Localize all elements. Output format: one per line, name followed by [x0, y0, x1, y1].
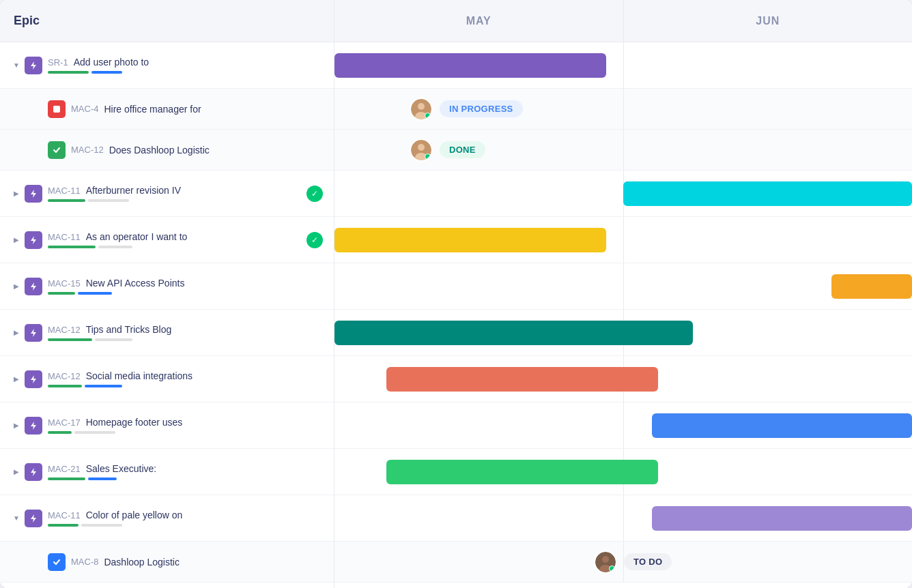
epic-row[interactable]: MAC-4 Hire office manager for: [0, 89, 334, 130]
epic-row[interactable]: MAC-17 Homepage footer uses: [0, 402, 334, 449]
gantt-bar[interactable]: [652, 413, 912, 438]
avatar: [410, 98, 433, 121]
chevron-right-icon[interactable]: [11, 374, 22, 385]
epic-id: MAC-12: [48, 325, 81, 335]
epic-row[interactable]: MAC-21 Sales Executive:: [0, 449, 334, 495]
progress-bars: [48, 338, 323, 341]
epic-row[interactable]: MAC-11 As an operator I want to ✓: [0, 217, 334, 263]
gantt-bar[interactable]: [334, 53, 606, 78]
left-header: Epic: [0, 0, 334, 42]
chevron-right-icon[interactable]: [11, 188, 22, 199]
epic-id: MAC-4: [71, 104, 98, 114]
epic-id-title: MAC-12 Social media integrations: [48, 370, 323, 381]
epic-id: MAC-8: [71, 557, 98, 567]
status-badge: TO DO: [624, 553, 672, 570]
epic-title: Tips and Tricks Blog: [86, 324, 172, 335]
chevron-down-icon[interactable]: [11, 60, 22, 71]
progress-bar: [74, 431, 115, 434]
chevron-down-icon[interactable]: [11, 513, 22, 524]
chevron-right-icon[interactable]: [11, 235, 22, 246]
epic-icon: [25, 417, 42, 435]
epic-id: MAC-15: [48, 278, 81, 289]
gantt-row: [334, 449, 912, 495]
gantt-bar[interactable]: [386, 460, 658, 484]
epic-icon: [25, 231, 42, 249]
epic-row[interactable]: SR-1 Add user photo to: [0, 42, 334, 89]
svg-marker-3: [31, 236, 36, 244]
epic-row[interactable]: MAC-15 New API Access Points: [0, 263, 334, 310]
epic-id-title: MAC-15 New API Access Points: [48, 278, 323, 289]
progress-bar: [91, 71, 122, 74]
epic-row[interactable]: MAC-8 Dashloop Logistic: [0, 542, 334, 583]
gantt-row: [334, 356, 912, 402]
chevron-right-icon[interactable]: [11, 327, 22, 338]
epic-icon: [48, 553, 66, 571]
gantt-row: IN PROGRESS: [334, 89, 912, 130]
epic-icon: [25, 370, 42, 388]
gantt-panel: MAY JUN IN PROGRESS DONE TO DO: [334, 0, 912, 588]
progress-bar: [48, 385, 82, 387]
epic-id: MAC-11: [48, 232, 81, 242]
progress-bar: [88, 477, 117, 480]
svg-point-11: [418, 103, 425, 110]
epic-id: MAC-17: [48, 417, 81, 428]
gantt-row: [334, 263, 912, 310]
epic-row[interactable]: MAC-11 Color of pale yellow on: [0, 495, 334, 542]
progress-bar: [48, 246, 96, 248]
epic-icon: [25, 324, 42, 342]
progress-bars: [48, 477, 323, 480]
progress-bar: [48, 292, 75, 295]
gantt-bar[interactable]: [386, 367, 658, 392]
epic-info: MAC-12 Social media integrations: [48, 370, 323, 387]
chevron-right-icon[interactable]: [11, 281, 22, 292]
month-divider: [623, 263, 624, 309]
epic-icon: [25, 57, 42, 74]
epic-rows: SR-1 Add user photo to MAC-4 Hire office…: [0, 42, 334, 588]
svg-marker-7: [31, 422, 36, 430]
month-divider: [623, 89, 624, 129]
gantt-bar[interactable]: [652, 506, 912, 531]
month-jun: JUN: [624, 0, 913, 42]
epic-row[interactable]: MAC-12 Tips and Tricks Blog: [0, 310, 334, 356]
avatar-dot: [609, 565, 615, 572]
epic-title: Social media integrations: [86, 370, 193, 381]
epic-title: Sales Executive:: [86, 463, 157, 474]
gantt-bar[interactable]: [334, 228, 606, 252]
epic-id-title: MAC-21 Sales Executive:: [48, 463, 323, 474]
epic-row[interactable]: MAC-11 Afterburner revision IV ✓: [0, 171, 334, 217]
epic-info: MAC-4 Hire office manager for: [71, 104, 323, 115]
epic-info: MAC-12 Does Dashloop Logistic: [71, 145, 323, 156]
progress-bar: [81, 524, 122, 527]
chevron-right-icon[interactable]: [11, 420, 22, 431]
progress-bars: [48, 431, 323, 434]
epic-info: MAC-11 As an operator I want to: [48, 231, 301, 248]
gantt-bar[interactable]: [831, 274, 912, 299]
svg-marker-2: [31, 190, 36, 198]
gantt-row: [334, 402, 912, 449]
svg-marker-6: [31, 375, 36, 383]
epic-id: MAC-11: [48, 186, 81, 196]
gantt-row: DONE: [334, 130, 912, 171]
svg-marker-0: [31, 61, 36, 70]
progress-bar: [48, 199, 85, 202]
avatar-dot: [425, 113, 431, 119]
epic-title: Color of pale yellow on: [86, 510, 183, 520]
epic-title: Hire office manager for: [104, 104, 201, 115]
epic-title: Homepage footer uses: [86, 417, 183, 428]
epic-id: MAC-12: [48, 371, 81, 381]
progress-bars: [48, 385, 323, 387]
status-badge: DONE: [440, 141, 485, 158]
progress-bar: [48, 431, 72, 434]
epic-id-title: SR-1 Add user photo to: [48, 57, 323, 68]
gantt-bar[interactable]: [623, 181, 912, 206]
epic-info: MAC-11 Color of pale yellow on: [48, 510, 323, 527]
epic-row[interactable]: MAC-12 Does Dashloop Logistic: [0, 130, 334, 171]
gantt-bar[interactable]: [334, 321, 693, 345]
epic-row[interactable]: MAC-12 Social media integrations: [0, 356, 334, 402]
epic-info: MAC-15 New API Access Points: [48, 278, 323, 295]
app-container: Epic SR-1 Add user photo to MAC-4 Hire o…: [0, 0, 912, 588]
svg-marker-9: [31, 514, 36, 523]
progress-bars: [48, 246, 301, 248]
avatar: [410, 138, 433, 162]
chevron-right-icon[interactable]: [11, 467, 22, 477]
